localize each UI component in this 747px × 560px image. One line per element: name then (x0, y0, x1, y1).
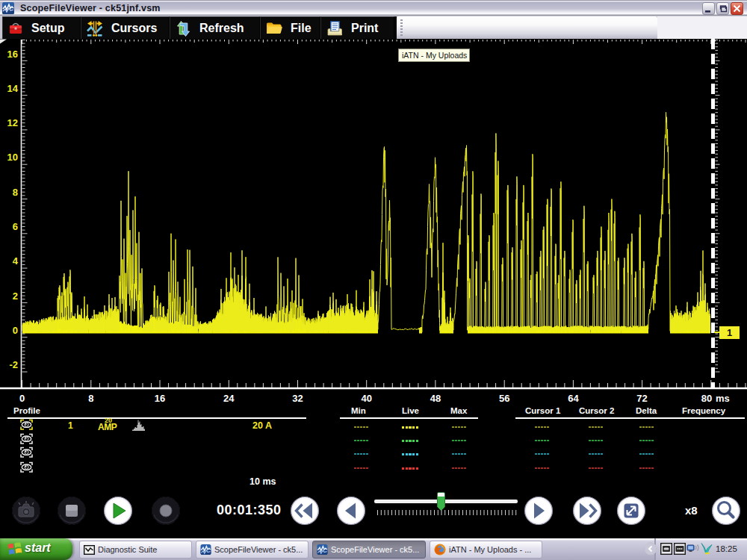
svg-text:16: 16 (7, 49, 18, 60)
svg-text:6: 6 (13, 221, 18, 232)
svg-text:32: 32 (292, 393, 303, 404)
svg-text:-2: -2 (9, 359, 18, 370)
svg-text:48: 48 (430, 393, 441, 404)
svg-text:80: 80 (701, 393, 712, 404)
svg-text:56: 56 (499, 393, 509, 404)
svg-text:ms: ms (716, 393, 730, 404)
svg-text:1: 1 (727, 327, 732, 338)
svg-text:14: 14 (7, 83, 19, 94)
svg-text:0: 0 (13, 325, 18, 336)
svg-text:0: 0 (19, 393, 25, 404)
svg-text:2: 2 (13, 290, 18, 302)
svg-text:8: 8 (88, 393, 93, 404)
svg-text:iATN - My Uploads: iATN - My Uploads (402, 51, 467, 60)
svg-text:24: 24 (223, 393, 235, 404)
svg-text:64: 64 (568, 393, 579, 404)
svg-text:8: 8 (13, 187, 18, 198)
svg-text:4: 4 (13, 255, 19, 267)
svg-text:12: 12 (7, 117, 18, 128)
svg-text:72: 72 (636, 393, 647, 404)
svg-text:10: 10 (7, 152, 18, 163)
svg-text:16: 16 (155, 393, 165, 404)
svg-text:40: 40 (361, 393, 371, 404)
